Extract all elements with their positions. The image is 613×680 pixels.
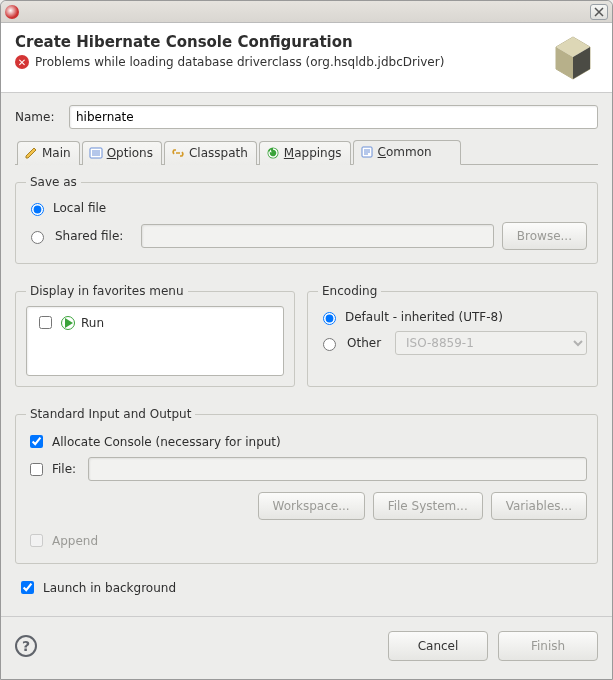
tab-options[interactable]: Options xyxy=(82,141,162,165)
file-output-label[interactable]: File: xyxy=(52,462,82,476)
tab-main-label: Main xyxy=(42,146,71,160)
tab-bar: Main Options Classpath Mappings xyxy=(15,139,598,165)
pencil-icon xyxy=(24,146,38,160)
filesystem-button: File System... xyxy=(373,492,483,520)
tab-classpath-label: Classpath xyxy=(189,146,248,160)
error-icon: ✕ xyxy=(15,55,29,69)
file-output-checkbox[interactable] xyxy=(30,463,43,476)
favorites-legend: Display in favorites menu xyxy=(26,284,188,298)
name-input[interactable] xyxy=(69,105,598,129)
document-icon xyxy=(360,145,374,159)
help-button[interactable]: ? xyxy=(15,635,37,657)
header-banner: Create Hibernate Console Configuration ✕… xyxy=(1,23,612,93)
shared-file-input xyxy=(141,224,494,248)
finish-button: Finish xyxy=(498,631,598,661)
tab-main[interactable]: Main xyxy=(17,141,80,165)
tab-options-label: Options xyxy=(107,146,153,160)
favorites-item-run[interactable]: Run xyxy=(35,313,275,332)
favorites-list[interactable]: Run xyxy=(26,306,284,376)
file-output-input xyxy=(88,457,587,481)
allocate-console-checkbox[interactable] xyxy=(30,435,43,448)
tab-classpath[interactable]: Classpath xyxy=(164,141,257,165)
io-group: Standard Input and Output Allocate Conso… xyxy=(15,407,598,564)
append-checkbox xyxy=(30,534,43,547)
encoding-default-label[interactable]: Default - inherited (UTF-8) xyxy=(345,310,503,324)
content-area: Name: Main Options Classpath xyxy=(1,93,612,616)
local-file-label[interactable]: Local file xyxy=(53,201,106,215)
error-text: Problems while loading database drivercl… xyxy=(35,55,444,69)
titlebar[interactable] xyxy=(1,1,612,23)
tab-common[interactable]: Common xyxy=(353,140,461,165)
encoding-legend: Encoding xyxy=(318,284,381,298)
local-file-radio[interactable] xyxy=(31,203,44,216)
shared-file-label[interactable]: Shared file: xyxy=(55,229,133,243)
close-window-button[interactable] xyxy=(590,4,608,20)
save-as-group: Save as Local file Shared file: Browse..… xyxy=(15,175,598,264)
browse-button: Browse... xyxy=(502,222,587,250)
cancel-button[interactable]: Cancel xyxy=(388,631,488,661)
dialog-window: Create Hibernate Console Configuration ✕… xyxy=(0,0,613,680)
name-row: Name: xyxy=(15,105,598,129)
io-legend: Standard Input and Output xyxy=(26,407,195,421)
dialog-title: Create Hibernate Console Configuration xyxy=(15,33,598,51)
favorites-run-label: Run xyxy=(81,316,104,330)
append-label: Append xyxy=(52,534,98,548)
launch-background-label[interactable]: Launch in background xyxy=(43,581,176,595)
tab-common-label: Common xyxy=(378,145,432,159)
tab-mappings[interactable]: Mappings xyxy=(259,141,351,165)
encoding-other-select: ISO-8859-1 xyxy=(395,331,587,355)
tab-mappings-label: Mappings xyxy=(284,146,342,160)
favorites-group: Display in favorites menu Run xyxy=(15,284,295,387)
save-as-legend: Save as xyxy=(26,175,81,189)
error-message: ✕ Problems while loading database driver… xyxy=(15,55,598,69)
hibernate-logo-icon xyxy=(550,35,596,81)
footer: ? Cancel Finish xyxy=(1,617,612,679)
allocate-console-label[interactable]: Allocate Console (necessary for input) xyxy=(52,435,281,449)
encoding-other-radio[interactable] xyxy=(323,338,336,351)
app-icon xyxy=(5,5,19,19)
workspace-button: Workspace... xyxy=(258,492,365,520)
encoding-other-label[interactable]: Other xyxy=(347,336,387,350)
encoding-group: Encoding Default - inherited (UTF-8) Oth… xyxy=(307,284,598,387)
name-label: Name: xyxy=(15,110,61,124)
list-icon xyxy=(89,146,103,160)
launch-background-checkbox[interactable] xyxy=(21,581,34,594)
encoding-default-radio[interactable] xyxy=(323,312,336,325)
link-icon xyxy=(171,146,185,160)
variables-button: Variables... xyxy=(491,492,587,520)
shared-file-radio[interactable] xyxy=(31,231,44,244)
run-icon xyxy=(61,316,75,330)
refresh-icon xyxy=(266,146,280,160)
favorites-run-checkbox[interactable] xyxy=(39,316,52,329)
